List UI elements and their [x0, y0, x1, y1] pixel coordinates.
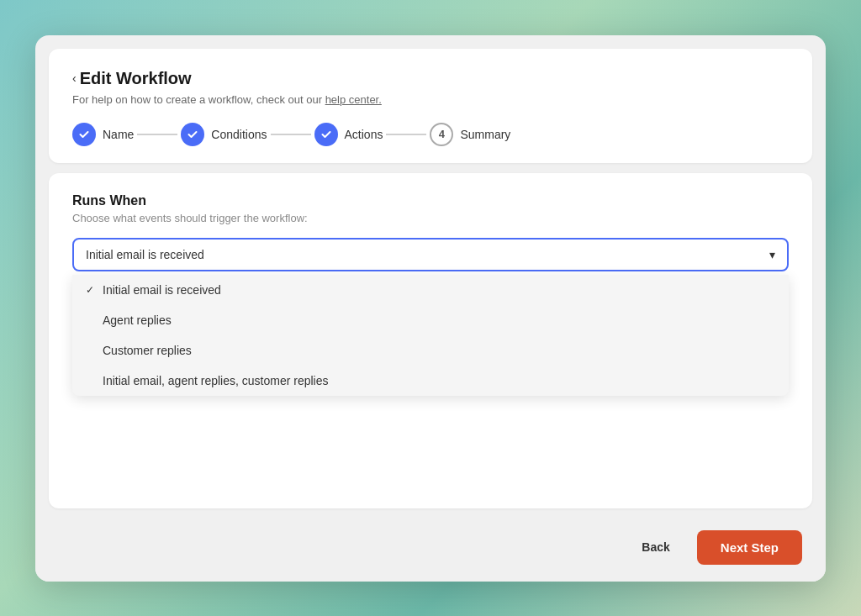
back-button[interactable]: Back: [625, 532, 686, 562]
runs-when-selected-value: Initial email is received: [86, 248, 204, 261]
step-name: Name: [72, 123, 134, 146]
step-conditions-circle: [181, 123, 204, 146]
back-arrow-icon: ‹: [72, 71, 77, 85]
step-summary-circle: 4: [430, 123, 453, 146]
runs-when-title: Runs When: [72, 193, 789, 208]
step-actions: Actions: [314, 123, 383, 146]
content-card: Runs When Choose what events should trig…: [49, 173, 812, 508]
dropdown-option-customer-replies-label: Customer replies: [103, 344, 192, 357]
dropdown-option-all-replies-label: Initial email, agent replies, customer r…: [103, 374, 328, 387]
dropdown-option-agent-replies-label: Agent replies: [103, 313, 172, 327]
step-connector-3: [386, 134, 426, 135]
step-conditions: Conditions: [181, 123, 267, 146]
step-summary-label: Summary: [460, 128, 510, 141]
help-center-link[interactable]: help center.: [325, 93, 382, 106]
dropdown-option-agent-replies[interactable]: Agent replies: [72, 305, 789, 335]
chevron-down-icon: ▾: [769, 248, 775, 261]
dropdown-option-initial-email[interactable]: ✓ Initial email is received: [72, 275, 789, 305]
dropdown-option-initial-email-label: Initial email is received: [103, 283, 221, 297]
check-icon: ✓: [86, 284, 98, 296]
dropdown-option-all-replies[interactable]: Initial email, agent replies, customer r…: [72, 366, 789, 396]
help-text: For help on how to create a workflow, ch…: [72, 93, 789, 106]
step-conditions-label: Conditions: [211, 128, 267, 141]
runs-when-desc: Choose what events should trigger the wo…: [72, 212, 789, 224]
page-title: Edit Workflow: [80, 69, 192, 88]
modal-container: ‹ Edit Workflow For help on how to creat…: [35, 35, 826, 582]
runs-when-dropdown-container: Initial email is received ▾ ✓ Initial em…: [72, 238, 789, 271]
step-connector-1: [137, 134, 177, 135]
header-card: ‹ Edit Workflow For help on how to creat…: [49, 49, 812, 163]
step-actions-label: Actions: [345, 128, 383, 141]
back-link[interactable]: ‹ Edit Workflow: [72, 69, 789, 88]
stepper: Name Conditions Ac: [72, 123, 789, 146]
dropdown-option-customer-replies[interactable]: Customer replies: [72, 335, 789, 366]
runs-when-dropdown-menu: ✓ Initial email is received Agent replie…: [72, 275, 789, 396]
step-name-label: Name: [103, 128, 134, 141]
step-connector-2: [271, 134, 311, 135]
next-step-button[interactable]: Next Step: [697, 530, 802, 565]
step-name-circle: [72, 123, 96, 146]
runs-when-dropdown[interactable]: Initial email is received ▾: [72, 238, 789, 271]
step-actions-circle: [314, 123, 338, 146]
step-summary: 4 Summary: [430, 123, 510, 146]
modal-footer: Back Next Step: [35, 519, 826, 582]
